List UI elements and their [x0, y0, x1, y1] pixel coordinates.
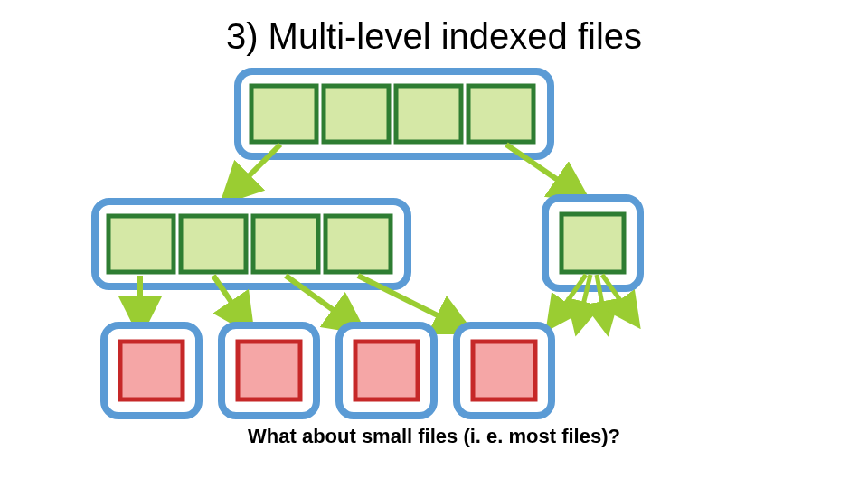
svg-rect-2 [251, 86, 316, 142]
svg-rect-9 [108, 216, 174, 272]
svg-rect-11 [253, 216, 318, 272]
data-block-1 [222, 325, 316, 416]
mid-index-container [95, 202, 408, 286]
svg-rect-10 [181, 216, 246, 272]
svg-line-21 [358, 276, 461, 327]
svg-rect-3 [324, 86, 389, 142]
diagram-canvas [0, 0, 868, 488]
svg-rect-23 [120, 342, 183, 399]
data-block-2 [339, 325, 434, 416]
slide-caption: What about small files (i. e. most files… [0, 425, 868, 448]
top-index-container [238, 71, 551, 156]
mid-single-container [545, 198, 640, 288]
mid-single-cell [561, 214, 624, 272]
svg-rect-25 [238, 342, 300, 399]
svg-rect-4 [396, 86, 461, 142]
data-blocks-row [104, 325, 552, 416]
data-block-0 [104, 325, 199, 416]
data-block-3 [457, 325, 552, 416]
svg-rect-5 [468, 86, 533, 142]
svg-rect-12 [326, 216, 391, 272]
svg-rect-27 [355, 342, 418, 399]
svg-rect-29 [473, 342, 535, 399]
